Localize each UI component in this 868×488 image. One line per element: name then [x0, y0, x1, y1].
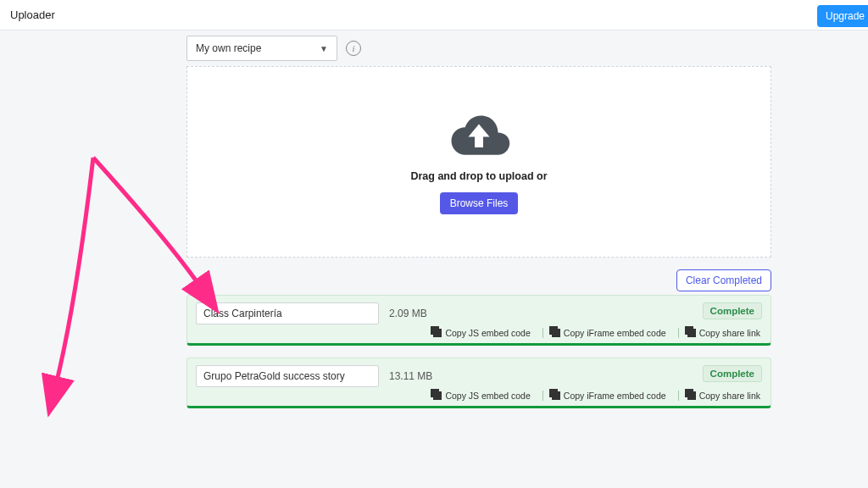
copy-iframe-link[interactable]: Copy iFrame embed code [542, 328, 666, 338]
browse-files-button[interactable]: Browse Files [440, 192, 519, 214]
copy-js-link[interactable]: Copy JS embed code [433, 328, 530, 338]
copy-icon [552, 391, 560, 400]
recipe-select[interactable]: My own recipe ▼ [186, 36, 337, 61]
upload-name-input[interactable] [196, 302, 379, 324]
upload-size: 13.11 MB [389, 370, 432, 382]
copy-iframe-link[interactable]: Copy iFrame embed code [542, 391, 666, 401]
chevron-down-icon: ▼ [320, 44, 328, 53]
clear-row: Clear Completed [186, 269, 771, 291]
dropzone-text: Drag and drop to upload or [410, 170, 547, 182]
copy-share-link[interactable]: Copy share link [678, 328, 760, 338]
copy-icon [687, 329, 696, 337]
status-badge: Complete [703, 365, 762, 382]
info-icon[interactable]: i [346, 41, 361, 56]
recipe-selected-label: My own recipe [196, 42, 261, 54]
upload-card: 13.11 MB Complete Copy JS embed code Cop… [186, 358, 771, 408]
copy-icon [687, 391, 696, 400]
content: My own recipe ▼ i Drag and drop to uploa… [0, 30, 868, 36]
upload-card: 2.09 MB Complete Copy JS embed code Copy… [186, 295, 771, 346]
cloud-upload-icon [443, 109, 515, 160]
upload-name-input[interactable] [196, 365, 379, 387]
upload-size: 2.09 MB [389, 308, 427, 319]
copy-share-link[interactable]: Copy share link [678, 391, 760, 401]
copy-icon [433, 329, 442, 337]
copy-icon [433, 391, 442, 400]
clear-completed-button[interactable]: Clear Completed [676, 269, 771, 291]
copy-icon [552, 329, 560, 337]
upgrade-button[interactable]: Upgrade [817, 5, 868, 27]
status-badge: Complete [703, 302, 762, 319]
page-title: Uploader [10, 8, 55, 21]
topbar: Uploader Upgrade [0, 0, 868, 30]
dropzone[interactable]: Drag and drop to upload or Browse Files [186, 66, 771, 258]
recipe-row: My own recipe ▼ i [186, 36, 361, 61]
copy-js-link[interactable]: Copy JS embed code [433, 391, 530, 401]
